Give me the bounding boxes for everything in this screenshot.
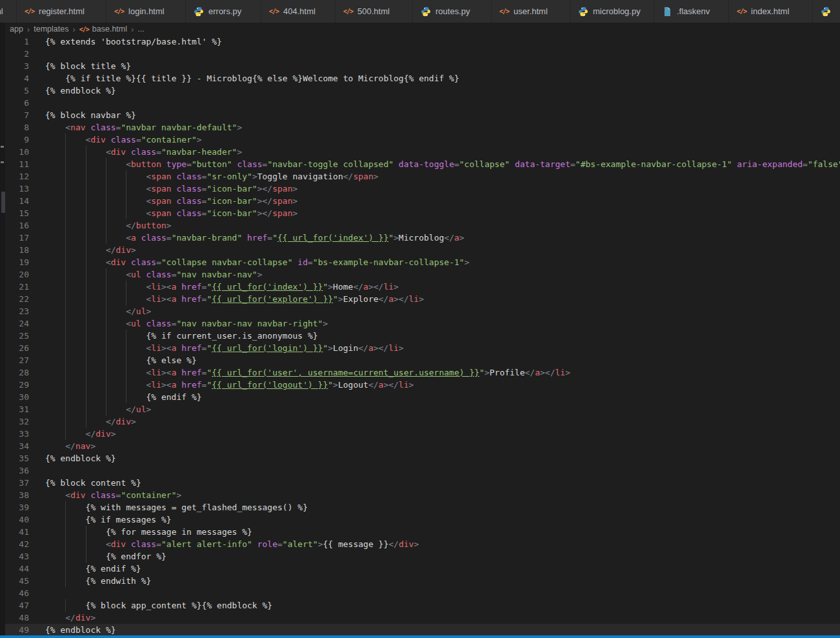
code-line-1[interactable]: 1{% extends 'bootstrap/base.html' %} <box>5 35 840 48</box>
code-line-20[interactable]: 20<ul class="nav navbar-nav"> <box>5 268 840 281</box>
code-line-25[interactable]: 25{% if current_user.is_anonymous %} <box>5 330 840 342</box>
code-line-33[interactable]: 33</div> <box>5 428 840 440</box>
code-line-2[interactable]: 2 <box>5 48 840 60</box>
line-number: 47 <box>5 599 29 612</box>
indent-guide <box>106 232 126 244</box>
code-line-24[interactable]: 24<ul class="nav navbar-nav navbar-right… <box>5 317 840 330</box>
python-file-icon <box>194 6 204 17</box>
code-line-37[interactable]: 37{% block content %} <box>5 477 840 489</box>
indent-guide <box>45 415 65 428</box>
code-line-14[interactable]: 14<span class="icon-bar"></span> <box>5 195 840 207</box>
line-number: 11 <box>5 158 29 170</box>
code-line-13[interactable]: 13<span class="icon-bar"></span> <box>5 183 840 195</box>
code-line-31[interactable]: 31</ul> <box>5 403 840 415</box>
indent-guide <box>45 146 65 158</box>
code-line-30[interactable]: 30{% endif %} <box>5 391 840 403</box>
code-line-34[interactable]: 34</nav> <box>5 440 840 452</box>
code-line-39[interactable]: 39{% with messages = get_flashed_message… <box>5 501 840 513</box>
indent-guide <box>45 526 65 538</box>
code-line-26[interactable]: 26<li><a href="{{ url_for('login') }}">L… <box>5 342 840 354</box>
code-line-8[interactable]: 8<nav class="navbar navbar-default"> <box>5 121 840 134</box>
code-line-36[interactable]: 36 <box>5 464 840 477</box>
breadcrumb-item-templates[interactable]: templates <box>34 25 68 34</box>
tab-ml[interactable]: ml <box>0 0 17 23</box>
tab-errors-py[interactable]: errors.py <box>186 0 261 23</box>
code-line-4[interactable]: 4{% if title %}{{ title }} - Microblog{%… <box>5 72 840 85</box>
code-line-41[interactable]: 41{% for message in messages %} <box>5 526 840 538</box>
tab-flaskenv[interactable]: .flaskenv <box>654 0 729 23</box>
indent-guide <box>86 415 106 428</box>
code-line-text: <li><a href="{{ url_for('user', username… <box>29 366 840 379</box>
code-line-44[interactable]: 44{% endif %} <box>5 563 840 575</box>
code-line-27[interactable]: 27{% else %} <box>5 354 840 366</box>
html-file-icon: </> <box>25 8 34 15</box>
breadcrumb-item-[interactable]: ... <box>137 25 144 34</box>
indent-guide <box>106 207 126 219</box>
code-line-28[interactable]: 28<li><a href="{{ url_for('user', userna… <box>5 366 840 379</box>
code-line-10[interactable]: 10<div class="navbar-header"> <box>5 146 840 158</box>
tab-routes-py[interactable]: routes.py <box>413 0 492 23</box>
code-line-3[interactable]: 3{% block title %} <box>5 60 840 72</box>
code-line-45[interactable]: 45{% endwith %} <box>5 575 840 587</box>
tab-register-html[interactable]: </>register.html <box>17 0 106 23</box>
code-line-43[interactable]: 43{% endfor %} <box>5 550 840 563</box>
code-line-22[interactable]: 22<li><a href="{{ url_for('explore') }}"… <box>5 293 840 305</box>
tab-partial[interactable] <box>813 0 840 23</box>
tab-index-html[interactable]: </>index.html <box>729 0 813 23</box>
tab-404-html[interactable]: </>404.html <box>261 0 335 23</box>
code-line-9[interactable]: 9<div class="container"> <box>5 134 840 146</box>
code-line-18[interactable]: 18</div> <box>5 244 840 256</box>
tab-500-html[interactable]: </>500.html <box>335 0 413 23</box>
indent-guide <box>45 121 65 134</box>
code-line-text: {% endif %} <box>29 563 840 575</box>
code-line-29[interactable]: 29<li><a href="{{ url_for('logout') }}">… <box>5 379 840 391</box>
indent-guide <box>106 317 126 330</box>
tab-login-html[interactable]: </>login.html <box>106 0 186 23</box>
code-line-40[interactable]: 40{% if messages %} <box>5 513 840 526</box>
code-line-16[interactable]: 16</button> <box>5 219 840 232</box>
code-line-46[interactable]: 46 <box>5 587 840 599</box>
line-number: 29 <box>5 379 29 391</box>
code-line-42[interactable]: 42<div class="alert alert-info" role="al… <box>5 538 840 550</box>
tab-microblog-py[interactable]: microblog.py <box>570 0 654 23</box>
code-line-48[interactable]: 48</div> <box>5 612 840 624</box>
code-line-19[interactable]: 19<div class="collapse navbar-collapse" … <box>5 256 840 268</box>
indent-guide <box>86 526 106 538</box>
code-line-32[interactable]: 32</div> <box>5 415 840 428</box>
breadcrumb-label: base.html <box>92 25 127 34</box>
code-line-15[interactable]: 15<span class="icon-bar"></span> <box>5 207 840 219</box>
indent-guide <box>65 354 85 366</box>
code-line-23[interactable]: 23</ul> <box>5 305 840 317</box>
code-line-17[interactable]: 17<a class="navbar-brand" href="{{ url_f… <box>5 232 840 244</box>
indent-guide <box>45 513 65 526</box>
code-line-47[interactable]: 47{% block app_content %}{% endblock %} <box>5 599 840 612</box>
code-line-38[interactable]: 38<div class="container"> <box>5 489 840 501</box>
code-line-text: {% block title %} <box>29 60 840 72</box>
tab-label: 500.html <box>357 6 390 16</box>
code-line-5[interactable]: 5{% endblock %} <box>5 85 840 97</box>
indent-guide <box>45 232 65 244</box>
code-line-text: </div> <box>29 244 840 256</box>
code-line-text: <span class="icon-bar"></span> <box>29 207 840 219</box>
code-line-11[interactable]: 11<button type="button" class="navbar-to… <box>5 158 840 170</box>
indent-guide <box>86 342 106 354</box>
line-number: 23 <box>5 305 29 317</box>
code-line-7[interactable]: 7{% block navbar %} <box>5 109 840 121</box>
indent-guide <box>126 183 146 195</box>
code-editor[interactable]: 1{% extends 'bootstrap/base.html' %}23{%… <box>5 35 840 636</box>
indent-guide <box>45 244 65 256</box>
line-number: 6 <box>5 97 29 109</box>
breadcrumb-item-base-html[interactable]: </>base.html <box>79 25 127 34</box>
html-file-icon: </> <box>499 8 509 15</box>
code-line-12[interactable]: 12<span class="sr-only">Toggle navigatio… <box>5 170 840 183</box>
left-pane-mark <box>1 146 4 148</box>
code-line-6[interactable]: 6 <box>5 97 840 109</box>
line-number: 38 <box>5 489 29 501</box>
code-line-35[interactable]: 35{% endblock %} <box>5 452 840 464</box>
tab-user-html[interactable]: </>user.html <box>492 0 570 23</box>
indent-guide <box>65 415 85 428</box>
breadcrumb-item-app[interactable]: app <box>10 25 23 34</box>
indent-guide <box>45 403 65 415</box>
code-line-49[interactable]: 49{% endblock %} <box>5 624 840 636</box>
code-line-21[interactable]: 21<li><a href="{{ url_for('index') }}">H… <box>5 281 840 293</box>
